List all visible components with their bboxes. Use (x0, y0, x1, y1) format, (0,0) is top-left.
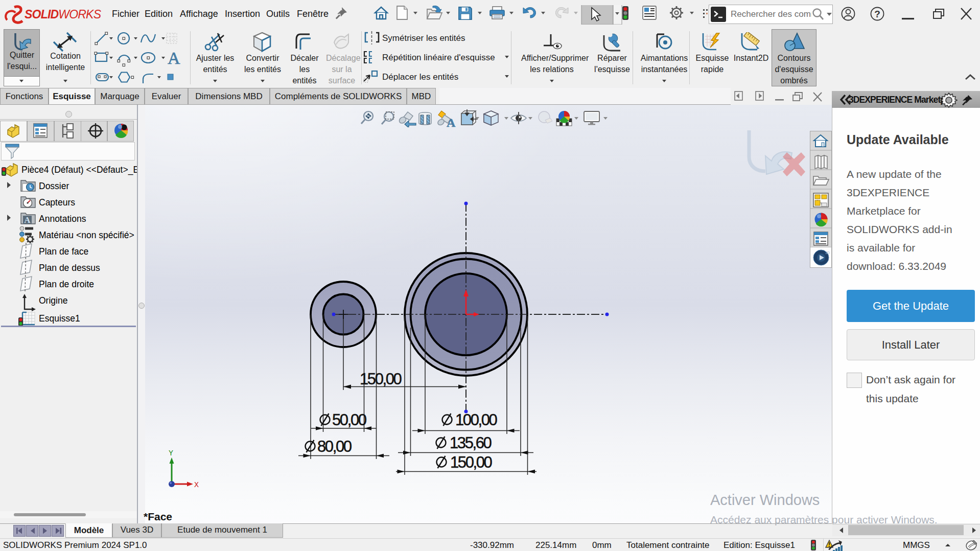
svg-text:Dossier: Dossier (39, 181, 69, 191)
svg-text:Y: Y (169, 449, 173, 458)
svg-text:Origine: Origine (39, 295, 67, 306)
svg-text:X: X (194, 481, 199, 490)
svg-text:150,00: 150,00 (450, 453, 493, 471)
svg-text:150,00: 150,00 (360, 370, 402, 388)
svg-text:SOLIDWORKS: SOLIDWORKS (25, 8, 102, 21)
svg-text:?: ? (874, 9, 880, 19)
svg-text:Annotations: Annotations (39, 214, 86, 224)
svg-text:A: A (24, 215, 31, 225)
svg-text:Capteurs: Capteurs (39, 197, 75, 208)
svg-text:100,00: 100,00 (455, 411, 498, 429)
svg-text:50,00: 50,00 (332, 411, 367, 429)
svg-text:Plan de dessus: Plan de dessus (39, 263, 100, 273)
svg-text:Plan de face: Plan de face (39, 246, 88, 257)
svg-text:135,60: 135,60 (450, 434, 492, 452)
svg-text:80,00: 80,00 (317, 438, 352, 455)
svg-text:3D: 3D (825, 251, 830, 255)
svg-text:A: A (168, 49, 180, 67)
svg-text:Matériau <non spécifié>: Matériau <non spécifié> (39, 230, 134, 240)
svg-text:Pièce4 (Défaut) <<Défaut>_Et: Pièce4 (Défaut) <<Défaut>_Et (21, 165, 142, 175)
svg-text:Esquisse1: Esquisse1 (39, 313, 80, 324)
svg-text:Plan de droite: Plan de droite (39, 279, 94, 289)
svg-text:A: A (447, 116, 456, 127)
